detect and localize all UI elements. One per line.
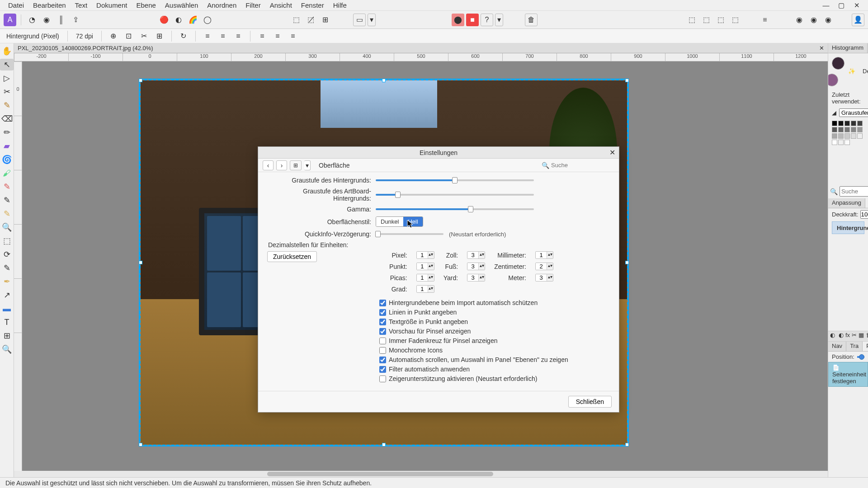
fg-color-swatch[interactable]: [832, 57, 844, 70]
menu-dokument[interactable]: Dokument: [92, 0, 132, 10]
export-persona-icon[interactable]: ⇪: [69, 14, 82, 26]
align-top-icon[interactable]: ≡: [256, 30, 269, 42]
unit-m-input[interactable]: ▴▾: [535, 274, 553, 282]
delete-layer-icon[interactable]: 🗑: [866, 332, 868, 341]
circle-icon[interactable]: ◯: [201, 14, 214, 26]
move-tool-icon[interactable]: ↖: [0, 59, 14, 70]
menu-fenster[interactable]: Fenster: [297, 0, 329, 10]
gradient-tool-icon[interactable]: ▰: [0, 140, 14, 152]
stop-icon[interactable]: ■: [466, 14, 479, 26]
ui-style-light[interactable]: Hell: [403, 217, 422, 226]
unit-cm-input[interactable]: ▴▾: [535, 263, 553, 270]
unit-pixel-input[interactable]: ▴▾: [416, 251, 434, 259]
align-right-icon[interactable]: ≡: [232, 30, 245, 42]
dialog-close-icon[interactable]: ✕: [608, 148, 616, 156]
ui-style-toggle[interactable]: Dunkel Hell: [376, 216, 423, 227]
eraser-tool-icon[interactable]: ⌫: [0, 113, 14, 125]
check-1[interactable]: [379, 309, 386, 316]
gradient-type-icon[interactable]: ◢: [832, 109, 836, 116]
bw-icon[interactable]: ◐: [172, 14, 185, 26]
tooltip-delay-slider[interactable]: [376, 233, 443, 235]
check-6[interactable]: [379, 357, 386, 363]
arrange-forward-icon[interactable]: ⬚: [714, 14, 727, 26]
gamma-slider[interactable]: [376, 208, 534, 210]
trash-icon[interactable]: 🗑: [525, 14, 538, 26]
unit-zoll-input[interactable]: ▴▾: [467, 251, 485, 259]
healing-tool-icon[interactable]: ✎: [0, 194, 14, 206]
unit-punkt-input[interactable]: ▴▾: [416, 263, 434, 270]
mask-icon[interactable]: ◐: [830, 332, 835, 341]
check-4[interactable]: [379, 338, 386, 344]
align-center-icon[interactable]: ≡: [217, 30, 229, 42]
reset-button[interactable]: Zurücksetzen: [267, 251, 317, 262]
node-tool-icon[interactable]: ▷: [0, 72, 14, 84]
color-wheel-icon[interactable]: 🌈: [187, 14, 199, 26]
window-minimize-icon[interactable]: —: [822, 1, 830, 9]
crop-tool-icon[interactable]: ✂: [0, 86, 14, 98]
menu-datei[interactable]: Datei: [4, 0, 28, 10]
menu-text[interactable]: Text: [71, 0, 92, 10]
crop-bounds-icon[interactable]: ⊞: [319, 14, 331, 26]
shape-tool-icon[interactable]: ▬: [0, 303, 14, 314]
pencil-tool-icon[interactable]: ✏: [0, 127, 14, 138]
position-slider[interactable]: [857, 356, 864, 358]
bg-gray-slider[interactable]: [376, 179, 534, 181]
crop-layer-icon[interactable]: ✂: [852, 332, 857, 341]
paint-tool-icon[interactable]: 🖌: [0, 167, 14, 179]
add-shape-icon[interactable]: ◉: [793, 14, 806, 26]
menu-hilfe[interactable]: Hilfe: [329, 0, 351, 10]
close-button[interactable]: Schließen: [568, 396, 612, 408]
gradient-select[interactable]: Graustufen: [839, 108, 868, 117]
align-icon[interactable]: ≡: [759, 14, 771, 26]
unit-fuss-input[interactable]: ▴▾: [467, 263, 485, 270]
clone-tool-icon[interactable]: ✎: [0, 181, 14, 192]
pen-tool-icon[interactable]: ✒: [0, 276, 14, 287]
check-8[interactable]: [379, 375, 386, 382]
check-3[interactable]: [379, 328, 386, 335]
crop-icon[interactable]: ✂: [138, 30, 151, 42]
bg-color-swatch[interactable]: [828, 74, 838, 86]
brush-tool-icon[interactable]: ✎: [0, 99, 14, 111]
scrollbar-horizontal[interactable]: [14, 471, 828, 477]
blur-tool-icon[interactable]: 🌀: [0, 154, 14, 165]
lasso-tool-icon[interactable]: ⟳: [0, 249, 14, 260]
hand-tool-icon[interactable]: ✋: [0, 45, 14, 57]
align-bottom-icon[interactable]: ≡: [287, 30, 299, 42]
window-close-icon[interactable]: ✕: [853, 1, 861, 9]
history-item[interactable]: 📄 Seiteneinheit festlegen: [828, 362, 868, 387]
refresh-icon[interactable]: ↻: [177, 30, 190, 42]
text-tool-icon[interactable]: T: [0, 316, 14, 328]
unit-yard-input[interactable]: ▴▾: [467, 274, 485, 282]
nav-grid-dropdown-icon[interactable]: ▾: [304, 160, 311, 170]
rgb-icon[interactable]: 🔴: [158, 14, 170, 26]
layer-opacity-input[interactable]: [860, 210, 868, 219]
mesh-tool-icon[interactable]: ⊞: [0, 330, 14, 342]
unit-picas-input[interactable]: ▴▾: [416, 274, 434, 282]
help-dropdown-icon[interactable]: ▾: [495, 14, 503, 26]
nav-grid-icon[interactable]: ⊞: [290, 160, 302, 170]
develop-persona-icon[interactable]: ║: [55, 14, 67, 26]
tab-ebenen[interactable]: Ebenen: [865, 198, 868, 208]
subtract-shape-icon[interactable]: ◉: [807, 14, 820, 26]
quicklook-dropdown-icon[interactable]: ▾: [368, 14, 376, 26]
search-input[interactable]: [840, 186, 868, 197]
add-layer-icon[interactable]: ▦: [859, 332, 864, 341]
check-5[interactable]: [379, 347, 386, 354]
fx-icon[interactable]: fx: [845, 332, 850, 341]
marquee-tool-icon[interactable]: ⬚: [0, 235, 14, 247]
unit-mm-input[interactable]: ▴▾: [535, 251, 553, 259]
window-maximize-icon[interactable]: ▢: [837, 1, 845, 9]
lock-children-icon[interactable]: ⊕: [107, 30, 120, 42]
quicklook-icon[interactable]: ▭: [353, 14, 366, 26]
menu-ansicht[interactable]: Ansicht: [265, 0, 297, 10]
layer-row[interactable]: Hintergrund (Pixel) 🔒: [832, 221, 864, 234]
menu-anordnen[interactable]: Anordnen: [203, 0, 241, 10]
artboard-gray-slider[interactable]: [376, 194, 534, 196]
document-close-icon[interactable]: ✕: [819, 45, 824, 52]
tab-histogramm[interactable]: Histogramm: [828, 43, 868, 53]
unit-grad-input[interactable]: ▴▾: [416, 285, 434, 293]
arrange-backward-icon[interactable]: ⬚: [700, 14, 712, 26]
align-left-icon[interactable]: ≡: [201, 30, 214, 42]
arrange-front-icon[interactable]: ⬚: [729, 14, 741, 26]
selection-icon[interactable]: ⬚: [290, 14, 302, 26]
